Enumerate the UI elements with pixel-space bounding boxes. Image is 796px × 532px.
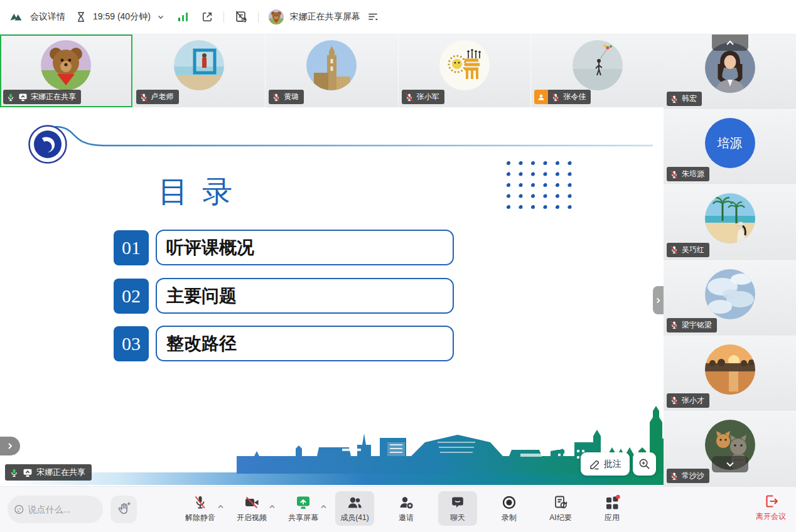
- annotate-button[interactable]: 批注: [581, 452, 630, 476]
- participant-tag: 张小军: [402, 90, 444, 104]
- participant-name: 张小军: [417, 92, 439, 102]
- video-strip-right: 韩宏 培源 朱培源 吴巧红: [664, 35, 796, 486]
- raise-hand-button[interactable]: [110, 496, 137, 523]
- avatar-beach-frame: [174, 40, 224, 90]
- meeting-app-logo-icon: [9, 9, 24, 24]
- avatar-lion-drawing: [439, 40, 490, 90]
- smart-notes-disabled-icon[interactable]: [234, 10, 248, 24]
- raise-hand-icon: [116, 501, 131, 518]
- video-tile-zhupeiyuan[interactable]: 培源 朱培源: [664, 110, 796, 184]
- video-strip-top: 宋娜正在共享 卢老师 黄璐: [0, 35, 664, 107]
- meeting-timer: 19:59 (40分钟): [93, 11, 151, 23]
- start-video-label: 开启视频: [237, 513, 267, 523]
- topbar: 会议详情 19:59 (40分钟) 宋娜正在共享屏幕: [0, 0, 796, 35]
- toolbar-center-group: 解除静音 开启视频 共享屏幕 成员(41) 邀请: [181, 491, 632, 526]
- timer-dropdown-icon[interactable]: [157, 13, 164, 21]
- start-video-button[interactable]: 开启视频: [232, 491, 271, 526]
- open-in-new-icon[interactable]: [201, 11, 213, 23]
- ai-notes-label: AI纪要: [549, 513, 571, 523]
- apps-label: 应用: [605, 513, 620, 523]
- toc-number: 03: [114, 326, 149, 361]
- record-button[interactable]: 录制: [490, 491, 529, 526]
- participant-name: 黄璐: [284, 92, 299, 102]
- video-tile-wuqiaohong[interactable]: 吴巧红: [664, 185, 796, 260]
- video-tile-liangyuming[interactable]: 梁宇铭梁: [664, 261, 796, 336]
- participant-name: 韩宏: [682, 93, 697, 104]
- video-tile-changshasha[interactable]: 常沙沙: [664, 412, 796, 486]
- school-logo-icon: [28, 124, 68, 167]
- ai-notes-button[interactable]: AI纪要: [541, 491, 580, 526]
- mic-muted-icon: [670, 245, 679, 254]
- scroll-up-button[interactable]: [712, 35, 748, 51]
- meeting-window: 会议详情 19:59 (40分钟) 宋娜正在共享屏幕: [0, 0, 796, 532]
- avatar-palm-beach: [705, 193, 755, 243]
- mic-on-icon: [9, 468, 19, 477]
- participant-name: 梁宇铭梁: [682, 320, 712, 331]
- invite-icon: [398, 494, 414, 511]
- video-tile-luteacher[interactable]: 卢老师: [133, 35, 266, 107]
- host-badge-icon: [534, 90, 548, 104]
- leave-meeting-icon: [763, 493, 779, 509]
- participant-name: 卢老师: [151, 92, 174, 102]
- video-options-chevron[interactable]: [269, 501, 276, 512]
- network-signal-icon[interactable]: [177, 11, 190, 23]
- toc-item-3: 03 整改路径: [114, 326, 454, 361]
- slide-decoration-curve: [25, 122, 656, 156]
- members-icon: [347, 494, 363, 511]
- sharer-avatar: [269, 9, 284, 24]
- sharing-options-icon[interactable]: [367, 11, 379, 23]
- pen-icon: [589, 459, 600, 470]
- camera-muted-icon: [244, 494, 260, 511]
- sharing-banner-text: 宋娜正在共享屏幕: [290, 11, 360, 23]
- participant-name: 常沙沙: [682, 471, 704, 481]
- screen-sharing-icon: [18, 93, 28, 102]
- toc-label: 主要问题: [156, 278, 454, 314]
- participant-tag: 韩宏: [667, 92, 702, 106]
- toc-label: 整改路径: [156, 326, 454, 361]
- avatar-tower: [306, 40, 357, 90]
- apps-icon: [604, 494, 620, 511]
- video-tile-songna[interactable]: 宋娜正在共享: [0, 35, 132, 107]
- apps-button[interactable]: 应用: [593, 491, 632, 526]
- mic-options-chevron[interactable]: [217, 501, 224, 512]
- avatar-kite-beach: [573, 40, 623, 90]
- video-tile-hanhong[interactable]: 韩宏: [664, 35, 796, 109]
- dot-grid-decoration: [506, 161, 573, 211]
- mic-muted-icon: [670, 396, 679, 405]
- invite-button[interactable]: 邀请: [387, 491, 426, 526]
- collapse-panel-right-tab[interactable]: [653, 286, 664, 314]
- leave-meeting-label: 离开会议: [756, 511, 786, 522]
- share-screen-label: 共享屏幕: [288, 513, 318, 523]
- chat-label: 聊天: [450, 513, 465, 523]
- share-options-chevron[interactable]: [320, 501, 327, 512]
- screen-sharing-icon: [23, 468, 33, 477]
- chat-button[interactable]: 聊天: [438, 491, 477, 526]
- toc-number: 02: [114, 279, 149, 314]
- avatar-teddy-bear: [41, 40, 91, 90]
- video-tile-zhangxiaocai[interactable]: 张小才: [664, 336, 796, 411]
- mic-muted-icon: [272, 93, 281, 102]
- leave-meeting-button[interactable]: 离开会议: [756, 493, 786, 522]
- meeting-details-link[interactable]: 会议详情: [30, 11, 65, 23]
- video-tile-huanglu[interactable]: 黄璐: [266, 35, 398, 107]
- slide-title: 目录: [158, 172, 246, 212]
- video-tile-zhangxiaojun[interactable]: 张小军: [399, 35, 531, 107]
- zoom-in-button[interactable]: [633, 452, 656, 476]
- shared-screen-view: 目录 01 听评课概况 02 主要问题 03 整改路径: [0, 108, 664, 486]
- quick-chat-field[interactable]: [8, 496, 103, 523]
- share-screen-button[interactable]: 共享屏幕: [284, 491, 323, 526]
- quick-chat-input[interactable]: [28, 504, 97, 514]
- members-button[interactable]: 成员(41): [335, 491, 374, 526]
- mic-muted-icon: [405, 93, 414, 102]
- participant-tag: 宋娜正在共享: [3, 90, 81, 104]
- mic-muted-icon: [139, 93, 148, 102]
- unmute-button[interactable]: 解除静音: [181, 491, 220, 526]
- participant-name: 宋娜正在共享: [31, 92, 76, 102]
- avatar-sunset-lake: [705, 344, 755, 395]
- scroll-down-button[interactable]: [712, 456, 748, 472]
- expand-panel-left-tab[interactable]: [0, 437, 20, 455]
- sharer-status-label: 宋娜正在共享: [5, 464, 92, 481]
- participant-name: 吴巧红: [682, 245, 704, 255]
- participant-tag: 张小才: [667, 393, 709, 408]
- video-tile-zhanglingjia[interactable]: 张令佳: [531, 35, 664, 107]
